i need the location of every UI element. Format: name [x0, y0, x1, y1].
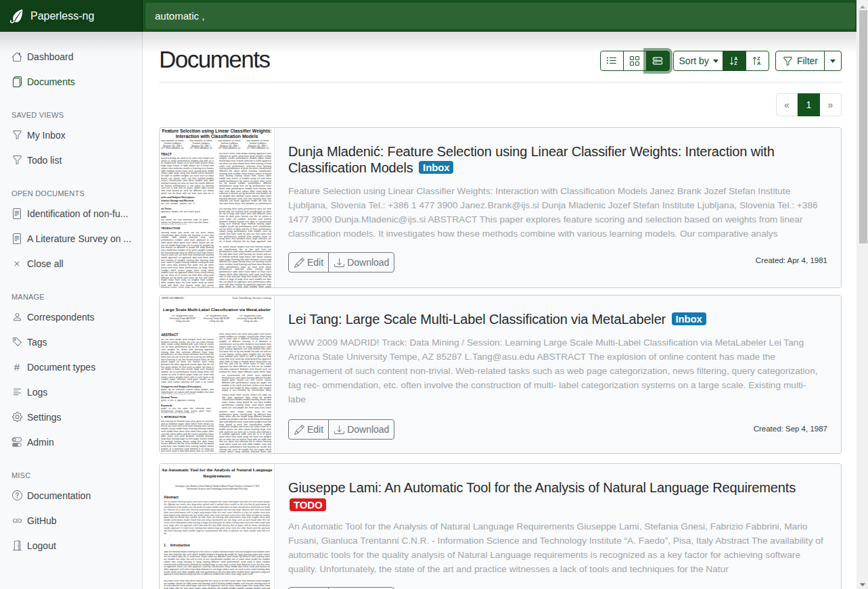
svg-text:Z: Z — [735, 61, 738, 66]
svg-text:A: A — [758, 61, 761, 66]
svg-text:Z: Z — [758, 56, 761, 61]
svg-text:A: A — [735, 56, 738, 61]
